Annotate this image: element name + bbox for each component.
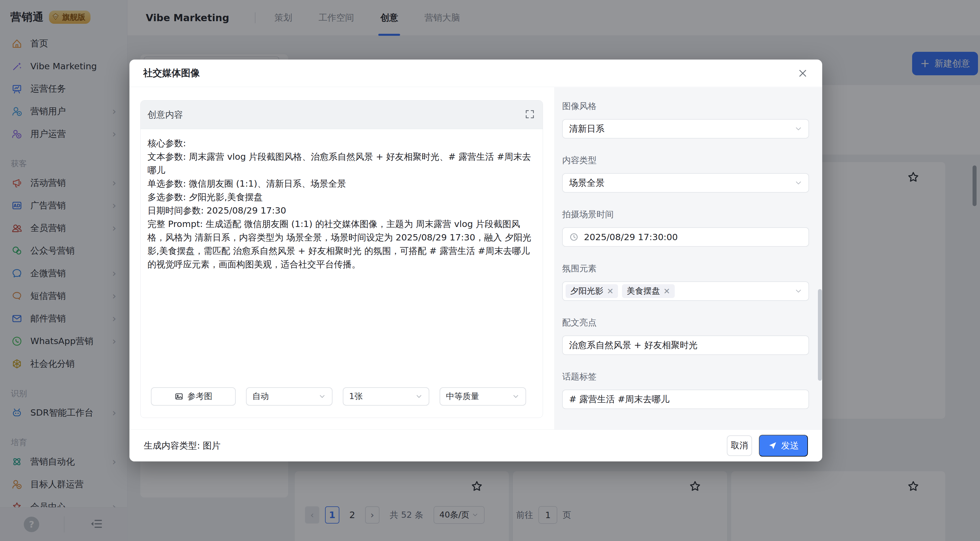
form-group: 话题标签# 露营生活 #周末去哪儿 — [562, 371, 809, 409]
tag: 夕阳光影✕ — [566, 284, 618, 298]
generate-type-label: 生成内容类型: — [144, 440, 200, 451]
creative-content-card: 创意内容 核心参数: 文本参数: 周末露营 vlog 片段截图风格、治愈系自然风… — [140, 100, 543, 418]
field-select[interactable]: 场景全景 — [562, 173, 809, 193]
reference-image-button[interactable]: 参考图 — [151, 387, 236, 406]
form-group: 内容类型场景全景 — [562, 155, 809, 193]
app-root: 营销通 旗舰版 首页Vibe Marketing运营任务营销用户›用户运营›获客… — [0, 0, 980, 541]
remove-tag-icon[interactable]: ✕ — [663, 287, 670, 296]
creative-controls: 参考图 自动 1张 中等质量 — [151, 387, 532, 406]
chevron-down-icon — [318, 392, 326, 400]
field-label: 氛围元素 — [562, 263, 809, 274]
tag: 美食摆盘✕ — [622, 284, 675, 298]
field-input[interactable]: 治愈系自然风景 + 好友相聚时光 — [562, 335, 809, 355]
quality-select[interactable]: 中等质量 — [440, 387, 526, 406]
field-multiselect[interactable]: 夕阳光影✕美食摆盘✕ — [562, 281, 809, 301]
generate-type: 生成内容类型: 图片 — [144, 439, 221, 452]
form-group: 拍摄场景时间2025/08/29 17:30:00 — [562, 209, 809, 247]
field-label: 图像风格 — [562, 100, 809, 112]
count-select[interactable]: 1张 — [343, 387, 429, 406]
send-label: 发送 — [781, 439, 799, 452]
close-icon[interactable] — [796, 67, 810, 80]
chevron-down-icon — [415, 392, 423, 400]
form-panel-scrollbar[interactable] — [818, 289, 822, 381]
field-label: 内容类型 — [562, 155, 809, 166]
tag-label: 美食摆盘 — [627, 286, 660, 297]
form-group: 氛围元素夕阳光影✕美食摆盘✕ — [562, 263, 809, 301]
send-icon — [768, 441, 777, 450]
field-datetime[interactable]: 2025/08/29 17:30:00 — [562, 227, 809, 247]
field-label: 话题标签 — [562, 371, 809, 383]
fullscreen-icon[interactable] — [524, 109, 535, 121]
cancel-button[interactable]: 取消 — [727, 435, 752, 456]
creative-card-title: 创意内容 — [148, 109, 183, 121]
tag-label: 夕阳光影 — [570, 286, 603, 297]
form-group: 配文亮点治愈系自然风景 + 好友相聚时光 — [562, 317, 809, 355]
mode-value: 自动 — [252, 391, 269, 402]
chevron-down-icon — [794, 125, 803, 133]
field-value: # 露营生活 #周末去哪儿 — [569, 393, 670, 405]
send-button[interactable]: 发送 — [759, 435, 808, 457]
field-value: 治愈系自然风景 + 好友相聚时光 — [569, 339, 698, 351]
creative-content-text: 核心参数: 文本参数: 周末露营 vlog 片段截图风格、治愈系自然风景 + 好… — [141, 129, 543, 279]
mode-select[interactable]: 自动 — [246, 387, 332, 406]
field-value: 2025/08/29 17:30:00 — [584, 232, 678, 242]
field-label: 配文亮点 — [562, 317, 809, 328]
field-label: 拍摄场景时间 — [562, 209, 809, 221]
chevron-down-icon — [794, 287, 803, 295]
modal-title: 社交媒体图像 — [143, 67, 200, 79]
count-value: 1张 — [349, 391, 363, 402]
image-icon — [174, 392, 184, 401]
chevron-down-icon — [794, 179, 803, 187]
remove-tag-icon[interactable]: ✕ — [607, 287, 613, 296]
field-value: 场景全景 — [569, 177, 605, 189]
generate-type-value: 图片 — [203, 440, 221, 451]
quality-value: 中等质量 — [446, 391, 479, 402]
modal-footer: 生成内容类型: 图片 取消 发送 — [129, 429, 822, 462]
creative-card-header: 创意内容 — [141, 100, 543, 129]
social-media-image-modal: 社交媒体图像 图像风格清新日系内容类型场景全景拍摄场景时间2025/08/29 … — [129, 60, 822, 462]
field-value: 清新日系 — [569, 123, 605, 135]
modal-form-panel: 图像风格清新日系内容类型场景全景拍摄场景时间2025/08/29 17:30:0… — [554, 87, 822, 429]
reference-image-label: 参考图 — [188, 391, 213, 402]
form-fields: 图像风格清新日系内容类型场景全景拍摄场景时间2025/08/29 17:30:0… — [562, 100, 809, 409]
modal-header: 社交媒体图像 — [129, 60, 822, 87]
chevron-down-icon — [512, 392, 520, 400]
clock-icon — [569, 232, 579, 242]
field-input[interactable]: # 露营生活 #周末去哪儿 — [562, 390, 809, 409]
field-select[interactable]: 清新日系 — [562, 119, 809, 138]
form-group: 图像风格清新日系 — [562, 100, 809, 138]
